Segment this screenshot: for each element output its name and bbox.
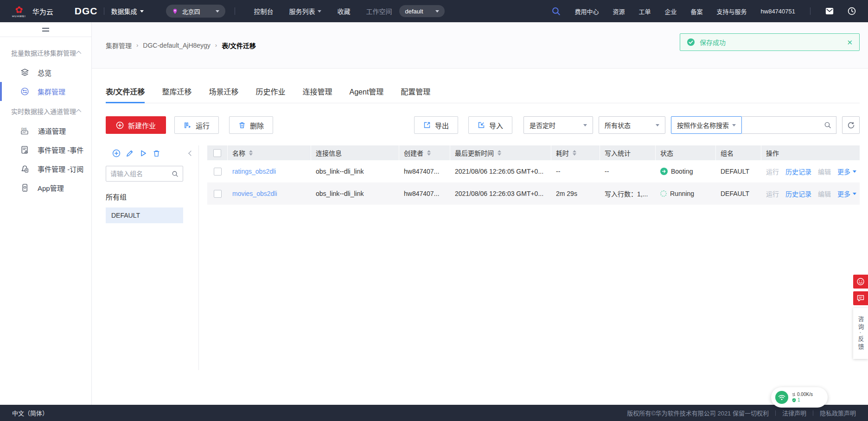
- column-header-creator[interactable]: 创建者: [399, 145, 450, 160]
- nav-enterprise[interactable]: 企业: [664, 7, 677, 16]
- network-speed-widget[interactable]: 0.00K/s 1: [771, 387, 828, 408]
- job-group: DEFAULT: [716, 168, 761, 175]
- op-run-disabled: 运行: [766, 167, 779, 176]
- new-job-button[interactable]: 新建作业: [106, 116, 166, 134]
- global-search-icon[interactable]: [551, 6, 561, 16]
- nav-tickets[interactable]: 工单: [638, 7, 651, 16]
- select-all-checkbox[interactable]: [213, 149, 221, 157]
- sidebar-item-overview[interactable]: 总览: [0, 63, 91, 82]
- delete-jobs-button[interactable]: 删除: [229, 116, 273, 134]
- sidebar-item-cluster-management[interactable]: 集群管理: [0, 82, 91, 101]
- tab-agent-management[interactable]: Agent管理: [350, 86, 384, 103]
- nav-support[interactable]: 支持与服务: [717, 7, 747, 16]
- sort-icon[interactable]: [573, 150, 576, 156]
- nav-filing[interactable]: 备案: [691, 7, 703, 16]
- copyright-text: 版权所有©华为软件技术有限公司 2021 保留一切权利: [627, 408, 769, 417]
- tab-scenario-migration[interactable]: 场景迁移: [209, 86, 238, 103]
- cluster-icon: [20, 87, 29, 96]
- support-smiley-button[interactable]: [853, 275, 868, 289]
- column-header-connection: 连接信息: [311, 145, 399, 160]
- huawei-logo[interactable]: ✿ HUAWEI: [12, 5, 26, 18]
- status-filter-select[interactable]: 所有状态: [599, 116, 665, 134]
- language-selector[interactable]: 中文（简体）: [12, 408, 48, 417]
- sidebar-item-event-management-subscriptions[interactable]: 事件管理 -订阅: [0, 159, 91, 178]
- op-more-menu[interactable]: 更多: [837, 167, 856, 176]
- sort-icon[interactable]: [249, 150, 253, 156]
- region-selector[interactable]: 北京四: [166, 5, 225, 18]
- group-item-default[interactable]: DEFAULT: [106, 207, 183, 223]
- chevron-down-icon: [732, 124, 736, 126]
- op-more-menu[interactable]: 更多: [837, 189, 856, 198]
- sidebar-item-event-management-events[interactable]: 事件管理 -事件: [0, 140, 91, 159]
- consult-feedback-tab[interactable]: 咨询·反馈: [853, 308, 868, 359]
- tab-connection-management[interactable]: 连接管理: [303, 86, 332, 103]
- privacy-policy-link[interactable]: 隐私政策声明: [820, 408, 856, 417]
- location-pin-icon: [172, 8, 178, 15]
- sort-icon[interactable]: [498, 150, 501, 156]
- sidebar-section-realtime-ingestion[interactable]: 实时数据接入通道管理: [0, 101, 91, 121]
- delete-group-icon[interactable]: [153, 150, 160, 157]
- network-speed-value: 0.00K/s: [797, 392, 813, 397]
- run-group-icon[interactable]: [139, 149, 147, 157]
- tab-table-file-migration[interactable]: 表/文件迁移: [106, 86, 145, 103]
- import-button[interactable]: 导入: [468, 116, 512, 134]
- tab-configuration-management[interactable]: 配置管理: [401, 86, 430, 103]
- breadcrumb-cluster-management[interactable]: 集群管理: [106, 41, 132, 50]
- nav-console[interactable]: 控制台: [254, 6, 273, 16]
- nav-service-list[interactable]: 服务列表: [289, 6, 321, 16]
- history-clock-icon[interactable]: [848, 7, 856, 15]
- column-header-updated[interactable]: 最后更新时间: [450, 145, 551, 160]
- schedule-filter-select[interactable]: 是否定时: [523, 116, 593, 134]
- updown-arrows-icon: [792, 392, 796, 397]
- add-group-icon[interactable]: [112, 149, 121, 157]
- sidebar-section-batch-migration[interactable]: 批量数据迁移集群管理: [0, 43, 91, 63]
- trash-icon: [238, 121, 246, 129]
- tab-historical-jobs[interactable]: 历史作业: [255, 86, 285, 103]
- brand-huaweicloud[interactable]: 华为云: [32, 6, 53, 16]
- search-icon[interactable]: [172, 170, 179, 177]
- floating-action-bar: 咨询·反馈: [853, 275, 868, 359]
- tab-whole-db-migration[interactable]: 整库迁移: [162, 86, 191, 103]
- job-name-link[interactable]: ratings_obs2dli: [232, 168, 276, 175]
- search-icon[interactable]: [824, 121, 831, 129]
- sidebar-item-channel-management[interactable]: DIS 通道管理: [0, 121, 91, 140]
- workspace-selector[interactable]: default: [399, 5, 444, 17]
- module-switcher[interactable]: 数据集成: [111, 6, 144, 16]
- column-header-name[interactable]: 名称: [228, 145, 311, 160]
- sort-icon[interactable]: [427, 150, 431, 156]
- job-updated-time: 2021/08/06 12:26:03 GMT+0...: [450, 190, 551, 197]
- nav-account[interactable]: hw84740751: [761, 8, 795, 15]
- collapse-panel-icon[interactable]: [189, 151, 193, 155]
- sidebar-collapse-toggle[interactable]: [0, 22, 91, 37]
- legal-notice-link[interactable]: 法律声明: [782, 408, 806, 417]
- toast-message: 保存成功: [700, 38, 726, 47]
- column-header-duration[interactable]: 耗时: [551, 145, 600, 160]
- row-checkbox[interactable]: [214, 168, 222, 176]
- nav-favorites[interactable]: 收藏: [337, 6, 350, 16]
- feedback-chat-button[interactable]: [853, 291, 868, 305]
- svg-text:DIS: DIS: [21, 127, 27, 131]
- export-button[interactable]: 导出: [414, 116, 458, 134]
- group-search-input[interactable]: [110, 170, 172, 177]
- job-connection: obs_link--dli_link: [311, 190, 399, 197]
- search-type-select[interactable]: 按照作业名称搜索: [671, 116, 742, 134]
- toast-close-icon[interactable]: ✕: [847, 39, 853, 46]
- op-history-link[interactable]: 历史记录: [785, 189, 811, 198]
- job-name-link[interactable]: movies_obs2dli: [232, 190, 277, 197]
- nav-billing[interactable]: 费用中心: [574, 7, 599, 16]
- row-checkbox[interactable]: [214, 190, 222, 198]
- run-jobs-button[interactable]: 运行: [174, 116, 219, 134]
- nav-resources[interactable]: 资源: [613, 7, 625, 16]
- job-search-input[interactable]: [747, 121, 824, 129]
- product-logo-dgc[interactable]: DGC: [75, 6, 98, 17]
- running-spinner-icon: [660, 190, 667, 197]
- messages-icon[interactable]: [825, 7, 834, 15]
- breadcrumb-cluster-name[interactable]: DGC-default_AjH8eygy: [143, 42, 211, 49]
- refresh-button[interactable]: [842, 116, 860, 134]
- op-edit-disabled: 编辑: [818, 167, 831, 176]
- op-history-link[interactable]: 历史记录: [785, 167, 811, 176]
- breadcrumb-separator: ›: [215, 42, 217, 49]
- edit-group-icon[interactable]: [126, 149, 134, 157]
- job-duration: 2m 29s: [551, 190, 600, 197]
- sidebar-item-app-management[interactable]: App管理: [0, 178, 91, 197]
